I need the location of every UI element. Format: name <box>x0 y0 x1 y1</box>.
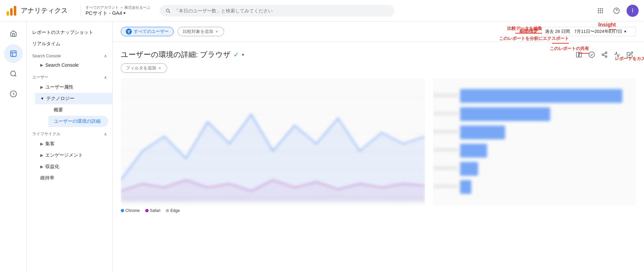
sidebar-item-search-console-child[interactable]: ▶ Search Console <box>35 60 112 70</box>
breadcrumb-text: すべてのアカウント ＞ 株式会社るーぷ <box>86 5 150 10</box>
legend-dot-chrome <box>121 209 124 212</box>
sidebar-monetization-label: 収益化 <box>45 164 59 170</box>
svg-rect-4 <box>600 8 601 9</box>
svg-point-22 <box>602 54 604 56</box>
period-dropdown-arrow: ▾ <box>624 29 626 34</box>
sidebar-item-engagement[interactable]: ▶ エンゲージメント <box>35 150 112 161</box>
grid-icon-button[interactable] <box>594 5 606 17</box>
chart-container <box>113 78 644 206</box>
nav-explore-icon[interactable] <box>4 64 23 83</box>
sidebar-search-console-child-label: Search Console <box>45 62 79 68</box>
svg-line-25 <box>603 53 605 54</box>
segment-label: すべてのユーザー <box>134 29 169 35</box>
annotation-insight-text: Insight <box>598 22 616 28</box>
svg-point-15 <box>10 71 15 76</box>
svg-line-24 <box>603 55 605 56</box>
legend-dot-edge <box>166 209 169 212</box>
nav-reports-icon[interactable] <box>4 44 23 63</box>
svg-point-20 <box>589 52 595 58</box>
legend-label-safari: Safari <box>150 208 160 213</box>
title-dropdown-button[interactable]: ▾ <box>242 52 244 57</box>
sidebar-section-search-console: Search Console ∧ <box>27 50 112 60</box>
annotation-customize-text: レポートをカスタマイズ <box>615 56 644 61</box>
svg-rect-36 <box>460 144 487 157</box>
bar-chart-area <box>433 78 636 206</box>
svg-rect-5 <box>602 8 603 9</box>
legend-item-edge: Edge <box>166 208 180 213</box>
period-dropdown[interactable]: 過去 28 日間 7月11日〜2024年8月7日 ▾ <box>541 27 636 36</box>
lifecycle-section-chevron[interactable]: ∧ <box>104 132 107 137</box>
avatar[interactable]: I <box>627 5 639 17</box>
add-filter-button[interactable]: フィルタを追加 ＋ <box>121 63 167 73</box>
sidebar-item-technology[interactable]: ▼ テクノロジー <box>35 93 112 104</box>
sidebar-item-snapshot[interactable]: レポートのスナップショット <box>27 27 112 38</box>
svg-rect-1 <box>10 8 12 15</box>
user-section-chevron[interactable]: ∧ <box>104 75 107 80</box>
svg-rect-8 <box>602 10 603 11</box>
left-nav <box>0 21 27 272</box>
sidebar-item-user-env-detail[interactable]: ユーザーの環境の詳細 <box>48 116 108 127</box>
report-title-text: ユーザーの環境の詳細: ブラウザ <box>121 50 231 60</box>
report-title: ユーザーの環境の詳細: ブラウザ ✓ ▾ <box>121 50 244 60</box>
app-title: アナリティクス <box>21 6 68 15</box>
segment-dot: す <box>126 29 132 35</box>
svg-rect-37 <box>460 162 478 176</box>
report-actions-container: 比較データを編集 このレポートを分析にエクスポート このレポートの共有 Insi… <box>573 49 636 61</box>
sidebar-user-env-detail-label: ユーザーの環境の詳細 <box>54 118 101 124</box>
search-console-chevron[interactable]: ∧ <box>104 54 107 58</box>
legend-item-safari: Safari <box>145 208 160 213</box>
segment-chip[interactable]: す すべてのユーザー <box>121 27 174 36</box>
legend-item-chrome: Chrome <box>121 208 140 213</box>
svg-rect-38 <box>460 180 472 194</box>
annotation-compare-data-text: 比較データを編集 <box>507 26 542 31</box>
svg-rect-9 <box>598 12 599 13</box>
svg-rect-2 <box>14 6 16 15</box>
sidebar-item-realtime[interactable]: リアルタイム <box>27 38 112 50</box>
svg-rect-14 <box>10 51 16 57</box>
analytics-logo-icon <box>5 5 17 17</box>
nav-advertising-icon[interactable] <box>4 85 23 103</box>
property-dropdown-icon: ▾ <box>123 11 125 15</box>
filter-bar: フィルタを追加 ＋ <box>113 63 644 78</box>
help-icon <box>613 7 620 14</box>
sidebar-item-overview[interactable]: 概要 <box>48 104 112 116</box>
sidebar-item-acquisition[interactable]: ▶ 集客 <box>35 138 112 150</box>
annotation-share-text: このレポートの共有 <box>550 46 589 51</box>
sidebar-retention-label: 維持率 <box>40 175 54 181</box>
add-compare-button[interactable]: 比較対象を追加 ＋ <box>178 27 224 36</box>
search-bar[interactable] <box>160 5 394 16</box>
svg-rect-44 <box>433 184 458 188</box>
annotation-compare-data: 比較データを編集 <box>507 25 542 34</box>
add-filter-label: フィルタを追加 ＋ <box>126 65 162 71</box>
grid-icon <box>597 7 604 14</box>
share-button[interactable] <box>598 49 610 61</box>
report-title-area: ユーザーの環境の詳細: ブラウザ ✓ ▾ 比較データを編集 このレポートを分析に… <box>113 42 644 63</box>
sidebar-item-monetization[interactable]: ▶ 収益化 <box>35 161 112 172</box>
help-icon-button[interactable] <box>610 5 623 17</box>
svg-rect-6 <box>598 10 599 11</box>
property-selector[interactable]: PCサイト - GA4 ▾ <box>86 10 150 16</box>
annotation-export-text: このレポートを分析にエクスポート <box>499 36 569 41</box>
sidebar-item-retention[interactable]: 維持率 <box>35 172 112 184</box>
add-compare-label: 比較対象を追加 ＋ <box>183 29 219 35</box>
legend-dot-safari <box>145 209 149 212</box>
sidebar: レポートのスナップショット リアルタイム Search Console ∧ ▶ … <box>27 21 113 272</box>
chart-legend: Chrome Safari Edge <box>113 206 644 216</box>
sidebar-overview-label: 概要 <box>54 107 63 113</box>
svg-rect-41 <box>433 130 458 133</box>
content-area: す すべてのユーザー 比較対象を追加 ＋ 期間指定 過去 28 日間 7月11日… <box>113 21 644 272</box>
check-icon: ✓ <box>233 51 239 59</box>
svg-rect-35 <box>460 125 505 139</box>
sidebar-item-user-attributes[interactable]: ▶ ユーザー属性 <box>35 81 112 93</box>
sidebar-section-lifecycle: ライフサイクル ∧ <box>27 127 112 138</box>
svg-rect-40 <box>433 112 458 115</box>
sidebar-engagement-label: エンゲージメント <box>45 152 83 158</box>
sidebar-user-attributes-label: ユーザー属性 <box>45 84 73 90</box>
annotation-share: このレポートの共有 <box>550 45 589 54</box>
svg-rect-39 <box>433 94 458 97</box>
line-chart-area <box>121 78 425 206</box>
search-input[interactable] <box>174 8 389 13</box>
nav-home-icon[interactable] <box>4 24 23 43</box>
svg-rect-0 <box>7 11 9 15</box>
annotation-export: このレポートを分析にエクスポート <box>499 35 569 44</box>
